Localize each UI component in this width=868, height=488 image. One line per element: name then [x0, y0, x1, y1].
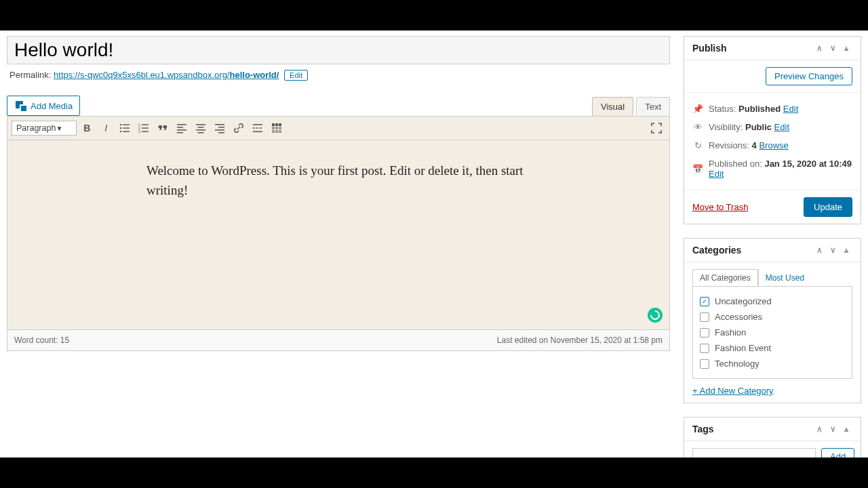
- svg-rect-35: [272, 130, 275, 133]
- move-up-icon[interactable]: ∧: [813, 42, 825, 54]
- bullet-list-button[interactable]: [116, 119, 134, 137]
- tab-visual[interactable]: Visual: [592, 97, 633, 116]
- preview-changes-button[interactable]: Preview Changes: [766, 67, 852, 85]
- checkbox-icon[interactable]: [700, 359, 709, 369]
- svg-rect-30: [275, 123, 278, 126]
- category-item[interactable]: Uncategorized: [700, 293, 845, 309]
- editor-content-area[interactable]: Welcome to WordPress. This is your first…: [7, 140, 670, 330]
- category-item[interactable]: Fashion: [700, 325, 845, 340]
- svg-point-2: [120, 127, 121, 129]
- add-media-button[interactable]: Add Media: [7, 96, 80, 116]
- category-item[interactable]: Fashion Event: [700, 340, 845, 356]
- svg-rect-12: [177, 124, 186, 125]
- publish-box: Publish ∧ ∨ ▴ Preview Changes 📌 Status: …: [684, 36, 861, 224]
- permalink-link[interactable]: https://s-qwc0q9x5xs6bl.eu1.wpsandbox.or…: [54, 70, 279, 80]
- move-down-icon[interactable]: ∨: [827, 423, 839, 435]
- svg-rect-9: [142, 127, 149, 128]
- svg-rect-5: [123, 131, 130, 131]
- add-new-category-link[interactable]: + Add New Category: [692, 386, 774, 396]
- svg-rect-32: [272, 127, 275, 129]
- svg-rect-15: [177, 132, 183, 134]
- post-title-input[interactable]: [7, 36, 670, 64]
- svg-rect-18: [196, 129, 205, 131]
- tab-text[interactable]: Text: [636, 97, 670, 116]
- checkbox-icon[interactable]: [700, 328, 709, 338]
- revisions-icon: ↻: [692, 140, 703, 150]
- toggle-panel-icon[interactable]: ▴: [840, 423, 852, 435]
- align-right-button[interactable]: [211, 119, 229, 137]
- media-icon: [14, 100, 26, 112]
- svg-rect-17: [198, 127, 204, 128]
- move-down-icon[interactable]: ∨: [827, 42, 839, 54]
- grammarly-icon[interactable]: [648, 308, 663, 323]
- editor-footer: Word count: 15 Last edited on November 1…: [7, 330, 670, 351]
- svg-rect-34: [279, 127, 281, 129]
- svg-rect-13: [177, 127, 183, 128]
- edit-date-link[interactable]: Edit: [709, 169, 724, 179]
- eye-icon: 👁: [692, 122, 703, 132]
- svg-rect-24: [253, 124, 262, 125]
- category-item[interactable]: Technology: [700, 356, 845, 371]
- toggle-panel-icon[interactable]: ▴: [840, 244, 852, 256]
- tags-title: Tags: [692, 424, 714, 434]
- italic-button[interactable]: I: [97, 119, 115, 137]
- edit-visibility-link[interactable]: Edit: [774, 122, 789, 132]
- checkbox-icon[interactable]: [700, 312, 709, 322]
- category-item[interactable]: Accessories: [700, 309, 845, 325]
- last-edited: Last edited on November 15, 2020 at 1:58…: [497, 336, 663, 345]
- permalink-label: Permalink:: [9, 70, 51, 80]
- checkbox-icon[interactable]: [700, 297, 709, 306]
- read-more-button[interactable]: [249, 119, 267, 137]
- move-to-trash-link[interactable]: Move to Trash: [692, 202, 748, 212]
- blockquote-button[interactable]: [154, 119, 172, 137]
- svg-rect-11: [142, 131, 149, 131]
- category-list: Uncategorized Accessories Fashion Fashio…: [692, 286, 852, 379]
- pin-icon: 📌: [692, 104, 703, 114]
- edit-status-link[interactable]: Edit: [783, 104, 798, 114]
- svg-rect-26: [253, 127, 255, 129]
- link-button[interactable]: [230, 119, 248, 137]
- format-select[interactable]: Paragraph ▼: [12, 121, 77, 136]
- editor-toolbar: Paragraph ▼ B I 123: [7, 116, 670, 140]
- checkbox-icon[interactable]: [700, 344, 709, 353]
- browse-revisions-link[interactable]: Browse: [759, 140, 788, 150]
- post-content: Welcome to WordPress. This is your first…: [146, 161, 526, 201]
- fullscreen-button[interactable]: [648, 119, 665, 137]
- svg-rect-31: [279, 123, 281, 126]
- tab-most-used[interactable]: Most Used: [758, 269, 812, 286]
- svg-point-4: [120, 131, 121, 132]
- publish-title: Publish: [692, 43, 727, 54]
- tab-all-categories[interactable]: All Categories: [692, 269, 758, 286]
- move-up-icon[interactable]: ∧: [813, 244, 825, 256]
- svg-text:3: 3: [138, 129, 140, 134]
- svg-rect-3: [123, 127, 130, 128]
- edit-slug-button[interactable]: Edit: [284, 70, 308, 81]
- bold-button[interactable]: B: [78, 119, 96, 137]
- chevron-down-icon: ▼: [56, 125, 62, 132]
- categories-title: Categories: [692, 245, 741, 256]
- svg-rect-14: [177, 129, 186, 131]
- numbered-list-button[interactable]: 123: [135, 119, 153, 137]
- svg-rect-29: [272, 123, 275, 126]
- svg-rect-7: [142, 124, 149, 125]
- svg-rect-19: [198, 132, 204, 134]
- svg-point-0: [120, 124, 121, 125]
- categories-box: Categories ∧ ∨ ▴ All Categories Most Use…: [684, 238, 861, 403]
- align-center-button[interactable]: [192, 119, 210, 137]
- svg-rect-27: [256, 127, 258, 129]
- svg-rect-37: [279, 130, 281, 133]
- align-left-button[interactable]: [173, 119, 191, 137]
- svg-rect-20: [215, 124, 224, 125]
- svg-rect-1: [123, 124, 130, 125]
- move-down-icon[interactable]: ∨: [827, 244, 839, 256]
- toolbar-toggle-button[interactable]: [268, 119, 285, 137]
- word-count: Word count: 15: [14, 336, 69, 345]
- svg-rect-21: [218, 127, 224, 128]
- permalink-row: Permalink: https://s-qwc0q9x5xs6bl.eu1.w…: [7, 64, 670, 83]
- toggle-panel-icon[interactable]: ▴: [840, 42, 852, 54]
- update-button[interactable]: Update: [804, 197, 852, 217]
- move-up-icon[interactable]: ∧: [813, 423, 825, 435]
- add-media-label: Add Media: [31, 101, 73, 111]
- svg-rect-22: [215, 129, 224, 131]
- svg-rect-23: [218, 132, 224, 134]
